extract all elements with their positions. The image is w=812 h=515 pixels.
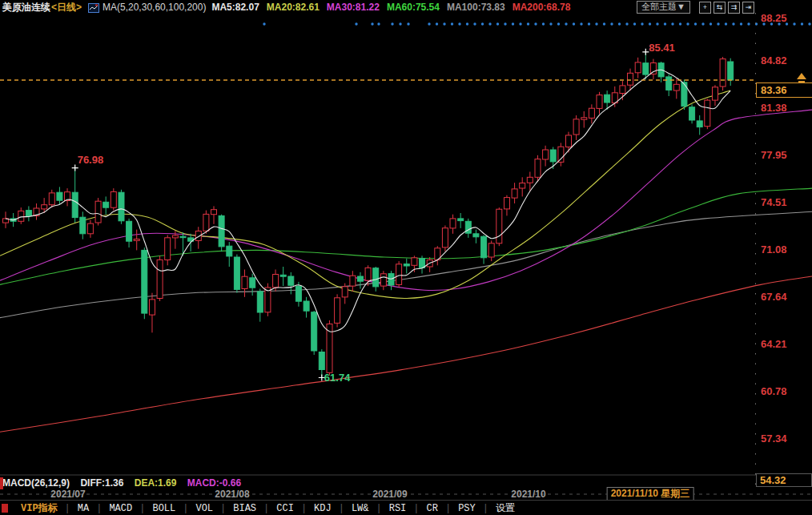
ma-value: MA100:73.83 xyxy=(447,2,505,13)
step-forward-icon[interactable]: ⇥ xyxy=(742,2,754,14)
toolbar-tab-ma[interactable]: MA xyxy=(76,503,90,514)
toolbar-tab-bias[interactable]: BIAS xyxy=(231,503,258,514)
axis-tick-label: 60.78 xyxy=(761,385,809,397)
toolbar-tab-cr[interactable]: CR xyxy=(425,503,440,514)
date-tick-label: 2021/08 xyxy=(215,489,249,500)
toolbar-tab-rsi[interactable]: RSI xyxy=(388,503,408,514)
zoom-out-icon[interactable]: ⇆ xyxy=(714,2,726,14)
toolbar-tab-macd[interactable]: MACD xyxy=(107,503,134,514)
toolbar-separator: | xyxy=(65,503,70,514)
theme-dropdown[interactable]: 全部主题▼ xyxy=(637,1,690,14)
axis-tick-label: 84.82 xyxy=(761,54,809,66)
axis-tick-label: 67.64 xyxy=(761,291,809,303)
current-date-badge: 2021/11/10 星期三 xyxy=(607,487,694,501)
toolbar-tab-lw[interactable]: LW& xyxy=(350,503,371,514)
pane-corner-marker xyxy=(0,477,3,489)
ma-value: MA5:82.07 xyxy=(211,2,259,13)
crosshair-move-icon[interactable]: + xyxy=(699,2,711,14)
header-controls: 全部主题▼ +⇆⇉⇥ xyxy=(637,1,754,14)
toolbar-tab-psy[interactable]: PSY xyxy=(456,503,477,514)
ma200-line xyxy=(0,276,812,432)
toolbar-separator: | xyxy=(445,503,451,514)
date-tick-label: 2021/07 xyxy=(50,489,85,500)
toolbar-tab-vol[interactable]: VOL xyxy=(194,503,215,514)
macd-params-label: MACD(26,12,9) xyxy=(2,477,70,489)
date-tick-label: 2021/10 xyxy=(511,489,545,500)
axis-tick-label: 77.95 xyxy=(761,148,809,160)
axis-min-label: 54.32 xyxy=(756,473,812,487)
high-price-annotation: 85.41 xyxy=(649,42,675,54)
toolbar-separator: | xyxy=(96,503,102,514)
toolbar-separator: | xyxy=(376,503,382,514)
indicator-toolbar: VIP指标|MA|MACD|BOLL|VOL|BIAS|CCI|KDJ|LW&|… xyxy=(0,500,812,515)
toolbar-separator: | xyxy=(220,503,226,514)
toolbar-marker-icon xyxy=(2,504,8,513)
axis-tick-label: 81.38 xyxy=(761,102,809,114)
chart-tool-buttons: +⇆⇉⇥ xyxy=(697,2,754,14)
toolbar-tab-boll[interactable]: BOLL xyxy=(151,503,177,514)
trading-app-window: 美原油连续 <日线> MA(5,20,30,60,100,200) MA5:82… xyxy=(0,0,812,515)
macd-value: MACD:-0.66 xyxy=(187,477,241,489)
toolbar-separator: | xyxy=(483,503,488,514)
signal-dot-markers xyxy=(263,22,810,25)
toolbar-separator: | xyxy=(139,503,145,514)
price-up-arrow-base xyxy=(798,81,805,82)
macd-diff-value: DIFF:1.36 xyxy=(80,477,123,489)
ma-values-readout: MA5:82.07MA20:82.61MA30:81.22MA60:75.54M… xyxy=(211,1,577,14)
toolbar-tab-kdj[interactable]: KDJ xyxy=(312,503,333,514)
candlestick-chart[interactable] xyxy=(0,0,812,515)
kline-chart-icon xyxy=(88,3,99,13)
ma-value: MA200:68.78 xyxy=(513,2,571,13)
toolbar-tab-cci[interactable]: CCI xyxy=(275,503,295,514)
ma-parameters-label: MA(5,20,30,60,100,200) xyxy=(103,1,206,14)
toolbar-separator: | xyxy=(263,503,269,514)
axis-tick-label: 74.51 xyxy=(761,196,809,208)
high-price-annotation: 76.98 xyxy=(78,154,104,166)
toolbar-tab-[interactable]: 设置 xyxy=(494,501,517,515)
toolbar-separator: | xyxy=(183,503,188,514)
low-price-annotation: 61.74 xyxy=(324,372,351,384)
current-price-badge: 83.36 xyxy=(756,82,812,98)
macd-readout: MACD(26,12,9) DIFF:1.36 DEA:1.69 MACD:-0… xyxy=(2,477,249,489)
macd-dea-value: DEA:1.69 xyxy=(135,477,177,489)
ma20-line xyxy=(0,91,730,298)
header-bar: 美原油连续 <日线> MA(5,20,30,60,100,200) MA5:82… xyxy=(0,0,812,14)
ma-value: MA30:81.22 xyxy=(327,2,380,13)
date-tick-label: 2021/09 xyxy=(372,489,407,500)
extreme-cross-marker xyxy=(72,165,78,171)
extreme-cross-marker xyxy=(642,49,649,55)
toolbar-separator: | xyxy=(301,503,307,514)
axis-tick-label: 57.34 xyxy=(761,433,809,445)
toolbar-separator: | xyxy=(413,503,419,514)
symbol-name: 美原油连续 xyxy=(2,1,50,14)
toolbar-separator: | xyxy=(339,503,344,514)
axis-tick-label: 64.21 xyxy=(761,338,809,350)
zoom-in-icon[interactable]: ⇉ xyxy=(728,2,740,14)
ma-value: MA60:75.54 xyxy=(387,2,440,13)
price-up-arrow-icon xyxy=(797,73,806,79)
toolbar-tab-vip[interactable]: VIP指标 xyxy=(19,501,59,515)
period-label: <日线> xyxy=(51,1,82,14)
ma-value: MA20:82.61 xyxy=(267,2,320,13)
axis-tick-label: 71.08 xyxy=(761,243,809,255)
